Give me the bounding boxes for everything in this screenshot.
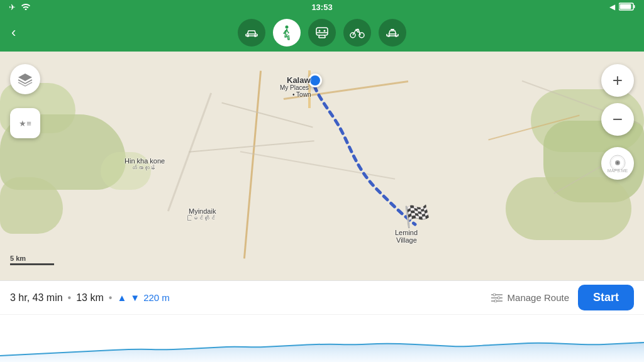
elevation-down-icon: ▼ [130, 292, 140, 303]
favorites-button[interactable]: ★≡ [10, 108, 40, 138]
map-area: 🏁 Kalaw My Places • Town Hin kha kone တ်… [0, 52, 644, 280]
myindaik-label: Myindaik [189, 207, 216, 215]
back-button[interactable]: ‹ [11, 25, 16, 41]
hinkha-myanmar: တ်ကာကုန်း [131, 165, 155, 171]
status-icons-right: ◀ [609, 3, 635, 12]
elevation-chart [0, 315, 644, 362]
village-label: Village [396, 236, 417, 244]
svg-point-19 [617, 162, 618, 163]
elevation: 220 m [143, 292, 170, 303]
zoom-out-button[interactable]: − [601, 103, 634, 136]
location-icon: ◀ [609, 3, 615, 11]
town-label: • Town [292, 91, 311, 98]
battery-icon [619, 3, 635, 12]
svg-point-11 [357, 29, 359, 31]
zoom-in-button[interactable]: + [601, 64, 634, 97]
dot-2: • [109, 292, 113, 304]
manage-route-label: Manage Route [508, 292, 569, 303]
plane-icon: ✈ [9, 3, 16, 12]
myindaik-myanmar: မြင်တိုင် [192, 215, 215, 221]
transport-bike[interactable] [343, 19, 371, 47]
bottom-bar: 3 hr, 43 min • 13 km • ▲ ▼ 220 m Manage … [0, 280, 644, 362]
route-stats: 3 hr, 43 min • 13 km • ▲ ▼ 220 m [10, 292, 491, 304]
myplaces-label: My Places [280, 84, 309, 91]
status-icons-left: ✈ [9, 3, 31, 12]
transport-car[interactable] [238, 19, 265, 47]
svg-point-23 [493, 293, 496, 296]
layers-button[interactable] [10, 64, 40, 94]
route-info: 3 hr, 43 min • 13 km • ▲ ▼ 220 m Manage … [0, 281, 644, 315]
elevation-up-icon: ▲ [117, 292, 126, 303]
compass-button[interactable]: MAPS.ME [601, 147, 634, 180]
svg-point-5 [286, 26, 289, 29]
start-button[interactable]: Start [578, 285, 634, 310]
transport-transit[interactable] [308, 19, 336, 47]
manage-route-button[interactable]: Manage Route [491, 292, 569, 303]
top-nav: ‹ [0, 14, 644, 52]
transport-walk[interactable] [273, 19, 301, 47]
svg-point-3 [247, 35, 249, 36]
status-bar: ✈ 13:53 ◀ [0, 0, 644, 14]
dot-1: • [68, 292, 72, 304]
svg-point-24 [497, 297, 500, 299]
kalaw-label: Kalaw [287, 75, 311, 85]
scale-bar: 5 km [10, 255, 54, 265]
lemind-label: Lemind [395, 229, 418, 236]
duration: 3 hr, 43 min [10, 292, 63, 304]
svg-point-12 [389, 35, 391, 36]
svg-point-4 [254, 35, 256, 36]
svg-rect-2 [620, 4, 631, 9]
hinkha-label: Hin kha kone [125, 157, 165, 165]
transport-taxi[interactable] [379, 19, 406, 47]
destination-flag: 🏁 [404, 204, 430, 229]
distance: 13 km [76, 292, 104, 304]
svg-point-13 [395, 35, 397, 36]
svg-rect-14 [391, 29, 394, 30]
svg-point-7 [319, 30, 321, 32]
svg-rect-6 [316, 28, 328, 35]
svg-point-8 [324, 30, 326, 32]
svg-point-25 [494, 300, 497, 302]
svg-rect-1 [634, 5, 635, 8]
status-time: 13:53 [311, 3, 332, 12]
wifi-icon [21, 3, 31, 12]
